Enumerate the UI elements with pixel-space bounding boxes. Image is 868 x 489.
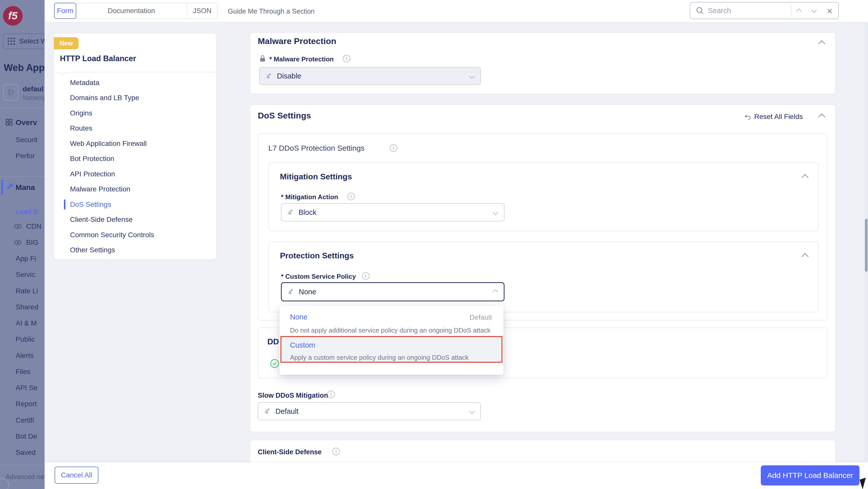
option-custom-highlighted[interactable]: Custom Apply a custom service policy dur… bbox=[280, 336, 502, 363]
dos-settings-card: DoS Settings Reset All Fields L7 DDoS Pr… bbox=[250, 104, 836, 432]
info-icon[interactable]: i bbox=[362, 272, 370, 280]
namespace-name[interactable]: defaul bbox=[23, 85, 43, 93]
info-icon[interactable]: i bbox=[332, 448, 340, 455]
sidebar-item-reports[interactable]: Report bbox=[16, 400, 37, 408]
nav-item-metadata[interactable]: Metadata bbox=[70, 75, 99, 90]
sidebar-item-security[interactable]: Securit bbox=[16, 136, 37, 144]
search-input[interactable]: Search ✕ bbox=[690, 2, 839, 19]
http-lb-form-modal: Form Documentation JSON Guide Me Through… bbox=[44, 0, 868, 489]
sidebar-item-files[interactable]: Files bbox=[16, 368, 30, 376]
grid-dots-icon bbox=[7, 37, 16, 45]
nav-item-common-security[interactable]: Common Security Controls bbox=[70, 227, 154, 242]
custom-service-policy-select[interactable]: None bbox=[281, 282, 504, 301]
chevron-up-icon bbox=[493, 289, 498, 294]
sidebar-item-load-balancers[interactable]: Load B bbox=[16, 208, 38, 216]
tab-json-label: JSON bbox=[193, 7, 212, 15]
divider bbox=[0, 176, 44, 176]
search-next-icon[interactable] bbox=[807, 2, 820, 20]
form-title: HTTP Load Balancer bbox=[60, 54, 136, 63]
nav-item-other-settings[interactable]: Other Settings bbox=[70, 242, 115, 258]
sidebar-item-app-firewall[interactable]: App Fi bbox=[16, 255, 36, 263]
chevron-down-icon bbox=[493, 209, 498, 215]
tab-documentation[interactable]: Documentation bbox=[76, 3, 187, 19]
f5-logo-text: f5 bbox=[8, 10, 18, 22]
mitigation-title: Mitigation Settings bbox=[280, 172, 352, 182]
console-sidebar: f5 Select W Web App D defaul Namesp Over… bbox=[0, 0, 44, 489]
info-icon[interactable]: i bbox=[327, 391, 335, 398]
slow-ddos-select[interactable]: Default bbox=[258, 402, 481, 420]
form-topbar: Form Documentation JSON Guide Me Through… bbox=[44, 0, 868, 23]
nav-item-origins[interactable]: Origins bbox=[70, 106, 92, 121]
tab-json[interactable]: JSON bbox=[187, 3, 217, 19]
reset-icon bbox=[744, 113, 752, 121]
sidebar-item-overview[interactable]: Overv bbox=[16, 118, 37, 127]
scrollbar-track[interactable] bbox=[865, 23, 868, 462]
option-none-tag: Default bbox=[469, 314, 492, 322]
search-prev-icon[interactable] bbox=[792, 2, 805, 20]
nav-item-api-protection[interactable]: API Protection bbox=[70, 166, 115, 182]
sidebar-item-ai-ml[interactable]: AI & M bbox=[16, 319, 37, 327]
mitigation-action-select[interactable]: Block bbox=[281, 203, 504, 221]
option-custom[interactable]: Custom bbox=[290, 341, 315, 349]
sidebar-item-alerts[interactable]: Alerts bbox=[16, 352, 34, 360]
f5-logo[interactable]: f5 bbox=[3, 6, 23, 26]
nav-item-waf[interactable]: Web Application Firewall bbox=[70, 136, 147, 151]
select-value: Default bbox=[275, 407, 299, 416]
sidebar-item-service[interactable]: Servic bbox=[16, 271, 35, 279]
sidebar-item-public[interactable]: Public bbox=[16, 335, 35, 344]
scrollbar-thumb[interactable] bbox=[865, 219, 868, 272]
client-side-title: Client-Side Defense bbox=[258, 448, 322, 456]
collapse-section-icon[interactable] bbox=[802, 174, 809, 181]
nav-item-malware-protection[interactable]: Malware Protection bbox=[70, 182, 130, 197]
collapse-section-icon[interactable] bbox=[802, 253, 809, 260]
nav-active-bar bbox=[64, 199, 65, 209]
sidebar-item-api-security[interactable]: API Se bbox=[16, 384, 37, 392]
nav-item-domains[interactable]: Domains and LB Type bbox=[70, 90, 139, 105]
sidebar-item-bot-defense[interactable]: Bot De bbox=[16, 432, 37, 441]
l7-ddos-card: L7 DDoS Protection Settings i Mitigation… bbox=[258, 133, 827, 321]
divider bbox=[0, 465, 44, 465]
info-icon[interactable]: i bbox=[343, 55, 350, 62]
add-http-lb-button[interactable]: Add HTTP Load Balancer bbox=[761, 465, 860, 486]
branch-icon bbox=[287, 288, 295, 296]
sidebar-item-cdn[interactable]: CDN bbox=[26, 222, 41, 230]
guide-me-link[interactable]: Guide Me Through a Section bbox=[228, 0, 315, 23]
nav-collapse-notch[interactable] bbox=[60, 69, 67, 75]
check-circle-icon[interactable] bbox=[270, 359, 279, 368]
sidebar-item-manage[interactable]: Mana bbox=[16, 183, 35, 192]
nav-item-dos-settings[interactable]: DoS Settings bbox=[70, 197, 111, 212]
sidebar-item-bigip[interactable]: BIG bbox=[26, 238, 38, 247]
tab-form[interactable]: Form bbox=[54, 3, 76, 19]
guide-me-label: Guide Me Through a Section bbox=[228, 7, 315, 15]
info-icon[interactable]: i bbox=[347, 193, 355, 200]
sidebar-item-shared[interactable]: Shared bbox=[16, 303, 38, 311]
protection-settings-card: Protection Settings * Custom Service Pol… bbox=[268, 241, 819, 313]
malware-protection-select[interactable]: Disable bbox=[259, 67, 481, 85]
option-none[interactable]: None bbox=[290, 313, 307, 321]
collapse-section-icon[interactable] bbox=[818, 40, 825, 47]
active-section-bar bbox=[1, 180, 3, 195]
sidebar-item-rate-limit[interactable]: Rate Li bbox=[16, 287, 38, 295]
sidebar-item-certificates[interactable]: Certifi bbox=[16, 416, 34, 424]
collapse-section-icon[interactable] bbox=[818, 113, 825, 121]
nav-item-routes[interactable]: Routes bbox=[70, 121, 92, 136]
nav-item-bot-protection[interactable]: Bot Protection bbox=[70, 151, 114, 166]
custom-service-policy-label: * Custom Service Policy bbox=[281, 273, 356, 281]
tab-documentation-label: Documentation bbox=[108, 7, 155, 15]
nav-item-client-side-defense[interactable]: Client-Side Defense bbox=[70, 212, 133, 227]
eye-icon bbox=[14, 224, 22, 229]
reset-all-fields-button[interactable]: Reset All Fields bbox=[754, 113, 803, 121]
cancel-all-button[interactable]: Cancel All bbox=[55, 467, 98, 484]
branch-icon bbox=[286, 208, 295, 217]
advanced-nav-label[interactable]: Advanced nav bbox=[5, 473, 44, 481]
info-icon[interactable]: i bbox=[390, 144, 397, 152]
namespace-avatar[interactable]: D bbox=[3, 84, 19, 101]
select-workspace-button[interactable]: Select W bbox=[3, 33, 44, 49]
sidebar-item-saved[interactable]: Saved bbox=[16, 449, 35, 457]
search-close-icon[interactable]: ✕ bbox=[823, 2, 836, 20]
divider bbox=[0, 108, 44, 108]
branch-icon bbox=[263, 407, 272, 416]
sidebar-item-performance[interactable]: Perfor bbox=[16, 152, 35, 160]
malware-field-label: * Malware Protection bbox=[269, 55, 334, 63]
dos-section-title: DoS Settings bbox=[258, 111, 311, 121]
